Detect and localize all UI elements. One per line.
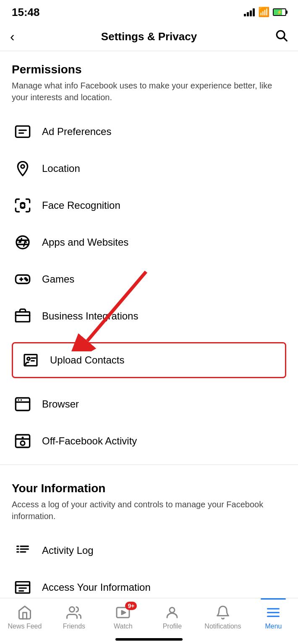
- business-integrations-icon: [12, 305, 34, 327]
- status-bar: 15:48 📶 ⚡: [0, 0, 298, 23]
- your-information-section: Your Information Access a log of your ac…: [0, 470, 298, 606]
- page-title: Settings & Privacy: [101, 30, 197, 43]
- status-icons: 📶 ⚡: [244, 7, 286, 18]
- svg-point-20: [27, 357, 30, 360]
- svg-point-7: [16, 236, 29, 249]
- menu-item-activity-log[interactable]: Activity Log: [12, 532, 286, 569]
- your-information-title: Your Information: [12, 482, 286, 495]
- svg-point-5: [21, 165, 24, 168]
- menu-active-indicator: [261, 598, 286, 600]
- back-button[interactable]: ‹: [10, 29, 27, 44]
- menu-item-off-facebook[interactable]: Off-Facebook Activity: [12, 423, 286, 460]
- watch-badge: 9+: [125, 602, 137, 610]
- face-recognition-label: Face Recognition: [42, 200, 120, 211]
- upload-contacts-icon: [20, 349, 42, 371]
- your-information-desc: Access a log of your activity and contro…: [12, 499, 286, 522]
- watch-label: Watch: [114, 623, 133, 630]
- upload-contacts-label: Upload Contacts: [50, 354, 124, 366]
- browser-label: Browser: [42, 398, 79, 410]
- status-time: 15:48: [12, 6, 40, 19]
- svg-rect-23: [16, 398, 29, 410]
- news-feed-label: News Feed: [8, 623, 42, 630]
- menu-item-browser[interactable]: Browser: [12, 386, 286, 423]
- games-icon: [12, 268, 34, 290]
- signal-icon: [244, 8, 255, 16]
- nav-item-watch[interactable]: 9+ Watch: [106, 604, 140, 630]
- off-facebook-label: Off-Facebook Activity: [42, 435, 137, 447]
- ad-preferences-icon: [12, 121, 34, 143]
- face-recognition-icon: [12, 195, 34, 216]
- menu-item-ad-preferences[interactable]: Ad Preferences: [12, 113, 286, 150]
- svg-point-25: [18, 399, 19, 400]
- main-content: Permissions Manage what info Facebook us…: [0, 51, 298, 606]
- menu-item-upload-contacts[interactable]: Upload Contacts: [12, 335, 286, 386]
- bottom-nav: News Feed Friends 9+ Watch: [0, 598, 298, 644]
- svg-line-1: [284, 38, 287, 41]
- svg-rect-2: [16, 126, 29, 138]
- menu-icon: [263, 604, 284, 621]
- activity-log-icon: [12, 540, 34, 561]
- nav-item-friends[interactable]: Friends: [57, 604, 91, 630]
- home-indicator: [115, 638, 183, 641]
- business-integrations-label: Business Integrations: [42, 310, 138, 322]
- menu-item-face-recognition[interactable]: Face Recognition: [12, 187, 286, 224]
- svg-rect-15: [16, 312, 29, 322]
- apps-websites-icon: [12, 231, 34, 253]
- permissions-desc: Manage what info Facebook uses to make y…: [12, 80, 286, 103]
- search-button[interactable]: [271, 29, 288, 45]
- svg-point-41: [70, 607, 75, 612]
- profile-label: Profile: [163, 623, 182, 630]
- nav-item-profile[interactable]: Profile: [155, 604, 189, 630]
- apps-websites-label: Apps and Websites: [42, 236, 128, 248]
- svg-point-29: [21, 441, 25, 445]
- notifications-icon: [212, 604, 233, 621]
- games-label: Games: [42, 273, 74, 285]
- nav-item-news-feed[interactable]: News Feed: [8, 604, 42, 630]
- nav-item-menu[interactable]: Menu: [256, 604, 290, 630]
- friends-icon: [63, 604, 84, 621]
- menu-item-apps-websites[interactable]: Apps and Websites: [12, 224, 286, 261]
- access-information-icon: [12, 576, 34, 598]
- permissions-title: Permissions: [12, 63, 286, 76]
- news-feed-icon: [14, 604, 35, 621]
- header: ‹ Settings & Privacy: [0, 23, 298, 51]
- activity-log-label: Activity Log: [42, 545, 94, 556]
- access-information-label: Access Your Information: [42, 582, 151, 593]
- permissions-section: Permissions Manage what info Facebook us…: [0, 51, 298, 460]
- location-label: Location: [42, 163, 80, 174]
- notifications-label: Notifications: [204, 623, 241, 630]
- svg-point-26: [21, 399, 22, 400]
- ad-preferences-label: Ad Preferences: [42, 126, 111, 138]
- wifi-icon: 📶: [258, 7, 269, 18]
- menu-label: Menu: [265, 623, 282, 630]
- off-facebook-icon: [12, 430, 34, 452]
- watch-icon: 9+: [112, 604, 133, 621]
- menu-item-location[interactable]: Location: [12, 150, 286, 187]
- menu-item-games[interactable]: Games: [12, 261, 286, 298]
- battery-icon: ⚡: [273, 8, 286, 16]
- location-icon: [12, 158, 34, 179]
- profile-icon: [162, 604, 183, 621]
- friends-label: Friends: [63, 623, 85, 630]
- svg-point-44: [170, 608, 175, 613]
- svg-marker-43: [122, 611, 125, 615]
- nav-item-notifications[interactable]: Notifications: [204, 604, 241, 630]
- menu-item-business-integrations[interactable]: Business Integrations: [12, 298, 286, 335]
- svg-point-14: [26, 279, 27, 280]
- browser-icon: [12, 393, 34, 415]
